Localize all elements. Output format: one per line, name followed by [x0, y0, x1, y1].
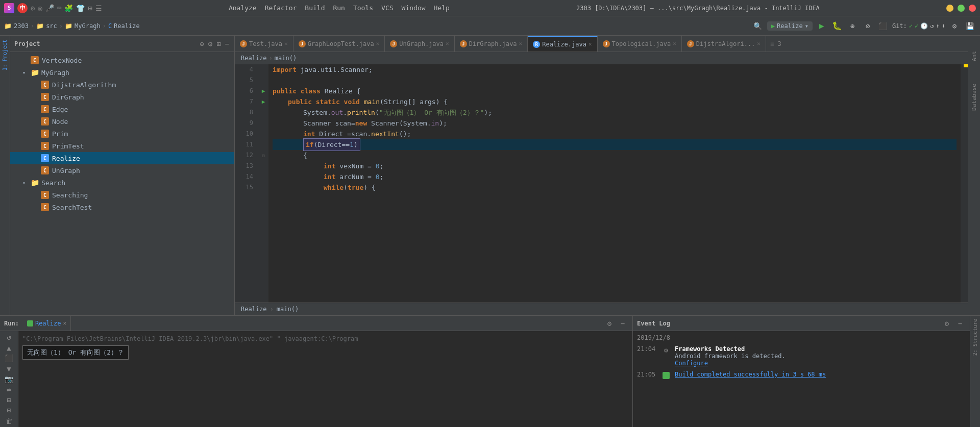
maximize-button[interactable] [958, 5, 965, 12]
breadcrumb-src: 📁 [36, 22, 44, 30]
tree-item-mygragh[interactable]: ▾ 📁 MyGragh [10, 66, 234, 79]
sidebar-content: C VertexNode ▾ 📁 MyGragh C DijstraAlgori… [10, 52, 234, 315]
menu-analyze[interactable]: Analyze [229, 4, 257, 12]
sidebar-settings-btn[interactable]: ⚙ [207, 39, 213, 49]
code-content[interactable]: import java.util.Scanner; public class R… [268, 64, 961, 303]
class-icon-dijstra: C [41, 81, 49, 89]
sidebar-expand-btn[interactable]: ⊞ [215, 39, 222, 49]
run-config-dropdown[interactable]: ▶ Realize ▾ [767, 21, 813, 31]
breadcrumb-2303[interactable]: 📁 [4, 22, 12, 30]
event-build-icon [662, 371, 671, 380]
event-frameworks-configure-link[interactable]: Configure [675, 360, 708, 367]
menu-vcs[interactable]: VCS [381, 4, 393, 12]
ant-tab[interactable]: Ant [968, 36, 980, 77]
tree-item-dirgraph[interactable]: C DirGraph [10, 91, 234, 103]
menu-build[interactable]: Build [305, 4, 325, 12]
run-panel-tab[interactable]: Realize ✕ [23, 316, 71, 331]
tree-item-vertexnode[interactable]: C VertexNode [10, 54, 234, 66]
stop-run-btn[interactable]: ⬛ [3, 354, 16, 362]
tree-item-ungraph[interactable]: C UnGraph [10, 164, 234, 177]
git-label: Git: [892, 22, 907, 30]
tab-close-topological[interactable]: ✕ [673, 40, 676, 47]
run-gutter-6[interactable]: ▶ [258, 86, 268, 96]
git-pull[interactable]: ⬇ [942, 22, 945, 30]
tab-more-button[interactable]: ≡ 3 [766, 40, 786, 47]
tab-close-graphlooptest[interactable]: ✕ [376, 40, 380, 47]
event-log-settings[interactable]: ⚙ [941, 318, 952, 329]
tab-realize[interactable]: R Realize.java ✕ [528, 36, 597, 52]
title-bar-icon6: 🧩 [64, 4, 73, 12]
tab-graphlooptest[interactable]: J GraphLoopTest.java ✕ [293, 36, 385, 52]
code-line-10: int Direct =scan.nextInt(); [273, 129, 957, 139]
run-panel-settings[interactable]: ⚙ [604, 318, 615, 329]
more-run-btn[interactable]: ⊞ [3, 396, 16, 404]
run-panel-minimize[interactable]: − [617, 318, 628, 329]
settings-btn[interactable]: ⚙ [948, 20, 961, 32]
scroll-up-btn[interactable]: ▲ [3, 343, 16, 351]
coverage-button[interactable]: ⊕ [846, 20, 859, 32]
ant-label: Ant [971, 51, 977, 61]
code-editor[interactable]: 4 5 6 7 8 9 10 11 12 13 14 15 ▶ ▶ [235, 64, 968, 303]
event-log-minimize[interactable]: − [954, 318, 966, 329]
tree-item-primtest[interactable]: C PrimTest [10, 140, 234, 152]
tab-close-test[interactable]: ✕ [284, 40, 288, 47]
left-panel-tabs: 1: Project [0, 36, 10, 315]
run-output-text: 无向图（1） Or 有向图（2）？ [27, 348, 124, 356]
tab-ungraph[interactable]: J UnGraph.java ✕ [385, 36, 454, 52]
debug-button[interactable]: 🐛 [831, 20, 843, 32]
run-button[interactable]: ▶ [816, 20, 828, 32]
tab-test[interactable]: J Test.java ✕ [235, 36, 293, 52]
scroll-down-btn[interactable]: ▼ [3, 364, 16, 372]
menu-help[interactable]: Help [434, 4, 450, 12]
tree-item-prim[interactable]: C Prim [10, 128, 234, 140]
git-checkmark1[interactable]: ✓ [909, 22, 913, 30]
search-toolbar-btn[interactable]: 🔍 [752, 20, 764, 32]
screenshot-btn[interactable]: 📷 [3, 375, 16, 383]
tab-dirgraph[interactable]: J DirGraph.java ✕ [455, 36, 528, 52]
close-button[interactable] [969, 5, 976, 12]
breadcrumb-realize-icon: C [108, 22, 112, 30]
menu-refactor[interactable]: Refactor [265, 4, 297, 12]
tree-item-node[interactable]: C Node [10, 115, 234, 128]
tree-item-dijstra[interactable]: C DijstraAlgorithm [10, 79, 234, 91]
git-checkmark2[interactable]: ✓ [915, 22, 918, 30]
tab-topological[interactable]: J Topological.java ✕ [598, 36, 682, 52]
menu-window[interactable]: Window [402, 4, 426, 12]
clear-btn[interactable]: ⊟ [3, 406, 16, 414]
run-tab-icon [27, 320, 33, 326]
tree-item-realize[interactable]: C Realize [10, 152, 234, 164]
structure-tab-vertical[interactable]: 2: Structure [972, 316, 978, 359]
event-build-link[interactable]: Build completed successfully in 3 s 68 m… [675, 371, 826, 378]
profile-button[interactable]: ⊘ [862, 20, 874, 32]
tree-item-searchtest[interactable]: C SearchTest [10, 201, 234, 213]
project-tab-vertical[interactable]: 1: Project [2, 38, 8, 72]
sidebar-locate-btn[interactable]: ⊕ [199, 39, 205, 49]
minimize-button[interactable] [946, 5, 953, 12]
tree-item-search-folder[interactable]: ▾ 📁 Search [10, 177, 234, 189]
database-tab[interactable]: Database [968, 77, 980, 117]
menu-tools[interactable]: Tools [353, 4, 373, 12]
tab-icon-ungraph: J [390, 40, 397, 47]
save-all-btn[interactable]: 💾 [964, 20, 976, 32]
tree-item-edge[interactable]: C Edge [10, 103, 234, 115]
fold-gutter-12[interactable]: ⊟ [258, 150, 268, 161]
rerun-btn[interactable]: ↺ [3, 333, 16, 341]
soft-wrap-btn[interactable]: ⇌ [3, 385, 16, 393]
git-history[interactable]: 🕐 [920, 22, 928, 30]
tree-item-searching[interactable]: C Searching [10, 189, 234, 201]
sidebar-close-btn[interactable]: − [224, 39, 230, 49]
menu-run[interactable]: Run [333, 4, 345, 12]
folder-icon-mygragh: 📁 [31, 68, 39, 77]
tab-close-realize[interactable]: ✕ [589, 41, 592, 47]
git-push[interactable]: ⬆ [936, 22, 940, 30]
run-gutter-7[interactable]: ▶ [258, 96, 268, 107]
stop-button[interactable]: ⬛ [877, 20, 889, 32]
tab-close-ungraph[interactable]: ✕ [446, 40, 449, 47]
tab-close-dirgraph[interactable]: ✕ [519, 40, 523, 47]
delete-btn[interactable]: 🗑 [3, 417, 16, 425]
tab-close-dijstra[interactable]: ✕ [757, 40, 761, 47]
tab-dijstra[interactable]: J DijstraAlgori... ✕ [682, 36, 766, 52]
sidebar-actions: ⊕ ⚙ ⊞ − [199, 39, 230, 49]
run-tab-close[interactable]: ✕ [63, 320, 66, 326]
git-rollback[interactable]: ↺ [930, 22, 934, 30]
